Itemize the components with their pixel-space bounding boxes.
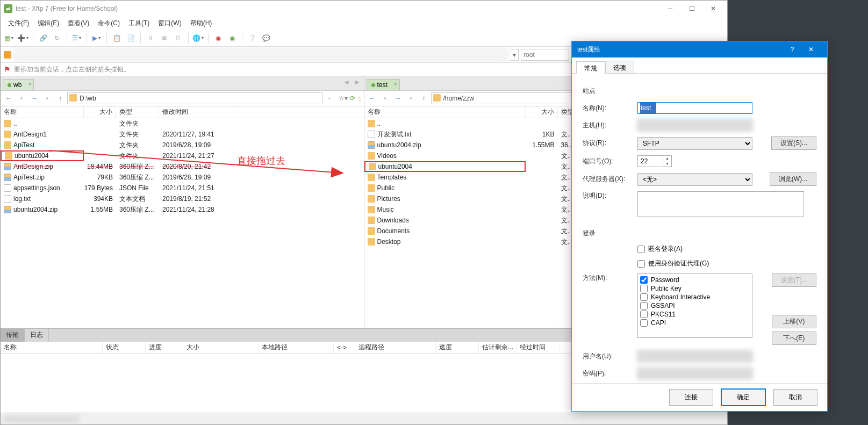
file-row[interactable]: ApiTest.zip79KB360压缩 Z...2019/6/28, 19:0… [1, 172, 364, 183]
link-icon[interactable]: 🔗 [38, 33, 48, 44]
col-remain[interactable]: 估计剩余... [479, 342, 517, 353]
method-pkcs11[interactable]: PKCS11 [640, 311, 750, 318]
col-elapsed[interactable]: 经过时间 [517, 342, 559, 353]
pause-icon[interactable]: ⏸ [145, 33, 156, 44]
file-row[interactable]: ubuntu2004.zip1.55MB360压缩 Z...2021/11/24… [1, 204, 364, 215]
proxy-select[interactable]: <无> [637, 173, 752, 186]
move-up-button[interactable]: 上移(V) [772, 315, 816, 328]
xftp-icon[interactable]: ◉ [227, 33, 238, 44]
user-input[interactable] [521, 49, 569, 61]
col-size[interactable]: 大小 [526, 106, 558, 118]
col-local[interactable]: 本地路径 [259, 342, 334, 353]
copy-icon[interactable]: 📋 [111, 33, 122, 44]
protocol-select[interactable]: SFTP [637, 137, 752, 150]
port-up-icon[interactable]: ▲ [663, 156, 671, 161]
browse-button[interactable]: 浏览(W)... [770, 172, 816, 186]
col-name[interactable]: 名称 [1, 106, 84, 118]
tab-transfer[interactable]: 传输 [1, 329, 25, 342]
col-speed[interactable]: 速度 [436, 342, 479, 353]
home-icon[interactable]: ⌂ [357, 95, 361, 102]
file-row[interactable]: AntDesign1文件夹2020/11/27, 19:41 [1, 129, 364, 140]
port-stepper[interactable]: ▲▼ [637, 155, 672, 167]
session-flag-icon[interactable] [4, 51, 11, 59]
star-icon[interactable]: ☆▾ [339, 95, 348, 102]
col-status[interactable]: 状态 [103, 342, 146, 353]
back-icon[interactable]: ← [367, 92, 378, 104]
port-input[interactable] [637, 155, 663, 167]
col-name[interactable]: 名称 [364, 106, 526, 118]
col-remote[interactable]: 远程路径 [355, 342, 436, 353]
ok-button[interactable]: 确定 [721, 388, 766, 406]
forward-menu-icon[interactable]: ▼ [41, 92, 53, 104]
method-gssapi[interactable]: GSSAPI [640, 302, 750, 309]
xshell-icon[interactable]: ◉ [213, 33, 224, 44]
move-down-button[interactable]: 下へ(E) [772, 332, 816, 345]
menu-window[interactable]: 窗口(W) [155, 18, 184, 29]
close-icon[interactable]: ✕ [800, 46, 822, 53]
col-arrow[interactable]: <-> [334, 342, 355, 353]
tab-close-icon[interactable]: × [28, 81, 32, 87]
forward-icon[interactable]: → [392, 92, 404, 104]
method-setup-button[interactable]: 设置(T)... [772, 273, 816, 287]
close-button[interactable]: ✕ [702, 1, 724, 17]
menu-file[interactable]: 文件(F) [5, 18, 32, 29]
address-dropdown[interactable]: ▾ [510, 49, 519, 61]
maximize-button[interactable]: ☐ [681, 1, 702, 17]
local-tab-wb[interactable]: wb × [3, 79, 34, 90]
help-icon[interactable]: ❔ [247, 33, 257, 44]
up-icon[interactable]: ↑ [54, 92, 66, 104]
view-mode-icon[interactable]: ☰▼ [71, 33, 82, 44]
menu-help[interactable]: 帮助(H) [187, 18, 216, 29]
col-name[interactable]: 名称 [1, 342, 103, 353]
paste-icon[interactable]: 📄 [125, 33, 136, 44]
file-row[interactable]: log.txt394KB文本文档2019/8/19, 21:52 [1, 193, 364, 204]
back-menu-icon[interactable]: ▼ [16, 92, 27, 104]
col-type[interactable]: 类型 [116, 106, 159, 118]
col-progress[interactable]: 进度 [146, 342, 183, 353]
help-icon[interactable]: ? [784, 46, 800, 53]
forward-icon[interactable]: → [28, 92, 40, 104]
menu-tools[interactable]: 工具(T) [125, 18, 153, 29]
up-icon[interactable]: ↑ [418, 92, 430, 104]
connect-button[interactable]: 连接 [669, 389, 713, 406]
menu-command[interactable]: 命令(C) [95, 18, 123, 29]
tab-general[interactable]: 常规 [576, 61, 605, 74]
method-capi[interactable]: CAPI [640, 319, 750, 327]
password-input[interactable] [637, 368, 752, 379]
file-row[interactable]: AntDesign.zip18.44MB360压缩 Z...2020/8/20,… [1, 161, 364, 172]
menu-view[interactable]: 查看(V) [64, 18, 92, 29]
col-size[interactable]: 大小 [84, 106, 116, 118]
cancel-button[interactable]: 取消 [773, 389, 817, 406]
chat-icon[interactable]: 💬 [261, 33, 271, 44]
anon-checkbox[interactable]: 匿名登录(A) [637, 244, 683, 254]
method-password[interactable]: Password [640, 276, 750, 284]
method-keyboard-interactive[interactable]: Keyboard Interactive [640, 293, 750, 301]
method-list[interactable]: PasswordPublic KeyKeyboard InteractiveGS… [637, 273, 752, 338]
tab-options[interactable]: 选项 [605, 61, 634, 73]
username-input[interactable] [637, 350, 752, 362]
minimize-button[interactable]: ─ [659, 1, 681, 17]
remote-tab-test[interactable]: test × [367, 79, 400, 90]
menu-edit[interactable]: 编辑(E) [34, 18, 62, 29]
new-file-icon[interactable]: ➕▼ [18, 33, 28, 44]
tab-close-icon[interactable]: × [394, 81, 397, 87]
protocol-setup-button[interactable]: 设置(S)... [771, 136, 816, 150]
refresh-icon[interactable]: ⟳ [350, 95, 355, 102]
port-down-icon[interactable]: ▼ [663, 161, 671, 167]
name-input[interactable] [637, 102, 752, 114]
new-session-icon[interactable]: ▦▼ [4, 33, 15, 44]
play-icon[interactable]: ▶▼ [91, 33, 102, 44]
file-row[interactable]: ubuntu2004文件夹2021/11/24, 21:27 [1, 150, 364, 161]
method-public-key[interactable]: Public Key [640, 285, 750, 292]
col-modified[interactable]: 修改时间 [159, 106, 234, 118]
tab-log[interactable]: 日志 [25, 329, 49, 342]
col-size[interactable]: 大小 [183, 342, 259, 353]
back-icon[interactable]: ← [3, 92, 15, 104]
path-dropdown[interactable]: ▾ [324, 92, 335, 104]
globe-icon[interactable]: 🌐▼ [193, 33, 204, 44]
local-path-input[interactable] [67, 92, 322, 104]
address-input[interactable] [13, 49, 508, 61]
host-input[interactable] [637, 119, 752, 131]
reconnect-icon[interactable]: ↻ [52, 33, 62, 44]
back-menu-icon[interactable]: ▼ [379, 92, 391, 104]
